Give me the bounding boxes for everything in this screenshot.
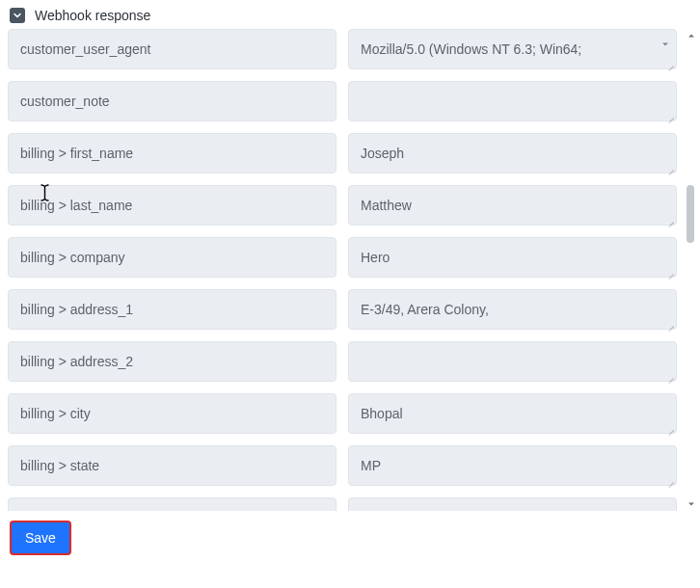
field-value[interactable]: Mozilla/5.0 (Windows NT 6.3; Win64; xyxy=(348,29,677,69)
save-button[interactable]: Save xyxy=(10,521,71,555)
field-key[interactable]: billing > last_name xyxy=(8,185,337,226)
field-key[interactable]: billing > company xyxy=(8,237,337,278)
field-value[interactable]: Bhopal xyxy=(348,393,677,434)
field-row: billing > address_2 xyxy=(8,341,677,382)
resize-handle-icon[interactable] xyxy=(666,215,674,223)
field-value[interactable]: Matthew xyxy=(348,185,677,226)
vertical-scrollbar[interactable] xyxy=(685,29,698,511)
resize-handle-icon[interactable] xyxy=(666,163,674,171)
resize-handle-icon[interactable] xyxy=(666,319,674,327)
field-row: billing > postcode462016 xyxy=(8,497,677,511)
chevron-down-icon[interactable] xyxy=(660,40,670,49)
resize-handle-icon[interactable] xyxy=(666,475,674,483)
response-fields-list: customer_user_agentMozilla/5.0 (Windows … xyxy=(8,29,692,511)
resize-handle-icon[interactable] xyxy=(666,111,674,119)
field-key[interactable]: billing > postcode xyxy=(8,497,337,511)
field-row: billing > address_1E-3/49, Arera Colony, xyxy=(8,289,677,330)
resize-handle-icon[interactable] xyxy=(666,59,674,67)
field-row: billing > stateMP xyxy=(8,445,677,486)
field-row: billing > companyHero xyxy=(8,237,677,278)
field-row: billing > cityBhopal xyxy=(8,393,677,434)
field-key[interactable]: billing > address_2 xyxy=(8,341,337,382)
field-value[interactable] xyxy=(348,341,677,382)
collapse-icon[interactable] xyxy=(10,8,25,23)
field-value[interactable]: MP xyxy=(348,445,677,486)
scroll-up-arrow[interactable] xyxy=(685,29,698,42)
field-key[interactable]: billing > city xyxy=(8,393,337,434)
resize-handle-icon[interactable] xyxy=(666,371,674,379)
field-row: billing > first_nameJoseph xyxy=(8,133,677,174)
field-key[interactable]: billing > state xyxy=(8,445,337,486)
field-row: customer_user_agentMozilla/5.0 (Windows … xyxy=(8,29,677,69)
field-row: billing > last_nameMatthew xyxy=(8,185,677,226)
field-key[interactable]: billing > first_name xyxy=(8,133,337,174)
field-key[interactable]: customer_user_agent xyxy=(8,29,337,69)
field-value[interactable]: Joseph xyxy=(348,133,677,174)
resize-handle-icon[interactable] xyxy=(666,423,674,431)
section-title: Webhook response xyxy=(35,8,150,23)
field-key[interactable]: billing > address_1 xyxy=(8,289,337,330)
field-value[interactable]: 462016 xyxy=(348,497,677,511)
scroll-down-arrow[interactable] xyxy=(685,497,698,511)
field-value[interactable]: Hero xyxy=(348,237,677,278)
field-value[interactable] xyxy=(348,81,677,121)
field-row: customer_note xyxy=(8,81,677,121)
field-value[interactable]: E-3/49, Arera Colony, xyxy=(348,289,677,330)
field-key[interactable]: customer_note xyxy=(8,81,337,121)
resize-handle-icon[interactable] xyxy=(666,267,674,275)
scrollbar-thumb[interactable] xyxy=(687,185,694,243)
